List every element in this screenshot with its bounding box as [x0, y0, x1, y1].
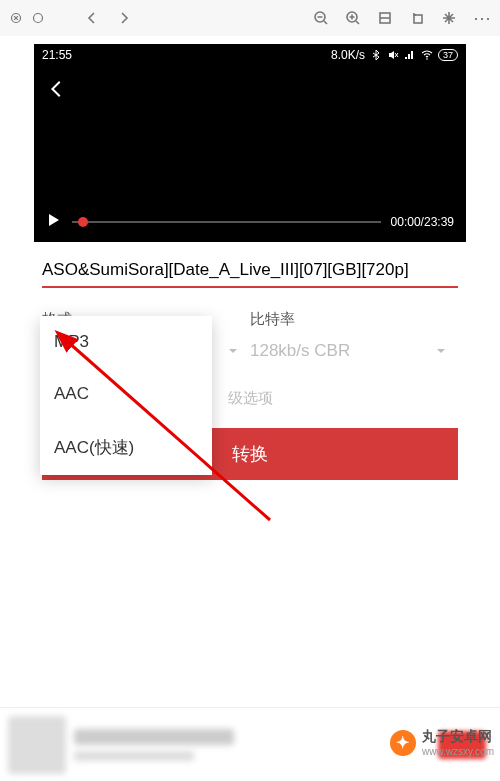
dropdown-item-mp3[interactable]: MP3: [40, 316, 212, 368]
zoom-in-icon[interactable]: [345, 10, 361, 26]
progress-handle[interactable]: [78, 217, 88, 227]
format-dropdown: MP3 AAC AAC(快速): [40, 316, 212, 475]
browser-toolbar: ⋯: [0, 0, 500, 36]
mute-icon: [387, 49, 399, 61]
bitrate-label: 比特率: [250, 310, 458, 329]
svg-point-1: [34, 14, 43, 23]
ad-title-placeholder: [74, 729, 234, 745]
sparkle-icon[interactable]: [441, 10, 457, 26]
svg-point-6: [426, 58, 428, 60]
zoom-out-icon[interactable]: [313, 10, 329, 26]
battery-indicator: 37: [438, 49, 458, 61]
filename-input[interactable]: [42, 256, 458, 288]
bluetooth-icon: [370, 49, 382, 61]
rotate-icon[interactable]: [409, 10, 425, 26]
video-time: 00:00/23:39: [391, 215, 454, 229]
svg-rect-5: [414, 15, 422, 23]
statusbar: 21:55 8.0K/s 37: [34, 44, 466, 66]
dropdown-item-aac-fast[interactable]: AAC(快速): [40, 420, 212, 475]
close-tab-icon[interactable]: [8, 10, 24, 26]
fit-width-icon[interactable]: [377, 10, 393, 26]
watermark-logo-icon: ✦: [390, 730, 416, 756]
net-speed: 8.0K/s: [331, 48, 365, 62]
dropdown-item-aac[interactable]: AAC: [40, 368, 212, 420]
video-progress[interactable]: [72, 221, 381, 223]
watermark: ✦ 丸子安卓网 www.wzsxy.com: [390, 728, 494, 757]
video-back-button[interactable]: [46, 78, 68, 104]
bitrate-value: 128kb/s CBR: [250, 341, 350, 361]
chevron-down-icon: [228, 341, 238, 361]
watermark-url: www.wzsxy.com: [422, 746, 494, 757]
more-icon[interactable]: ⋯: [473, 7, 492, 29]
play-button[interactable]: [46, 212, 62, 232]
forward-icon[interactable]: [116, 10, 132, 26]
stop-icon[interactable]: [30, 10, 46, 26]
wifi-icon: [421, 49, 433, 61]
chevron-down-icon: [436, 341, 446, 361]
ad-thumbnail: [8, 716, 66, 774]
bitrate-select[interactable]: 128kb/s CBR: [250, 341, 458, 361]
watermark-site: 丸子安卓网: [422, 728, 494, 746]
signal-icon: [404, 49, 416, 61]
back-icon[interactable]: [84, 10, 100, 26]
statusbar-time: 21:55: [42, 48, 72, 62]
ad-subtitle-placeholder: [74, 751, 194, 761]
video-player: 00:00/23:39: [34, 66, 466, 242]
